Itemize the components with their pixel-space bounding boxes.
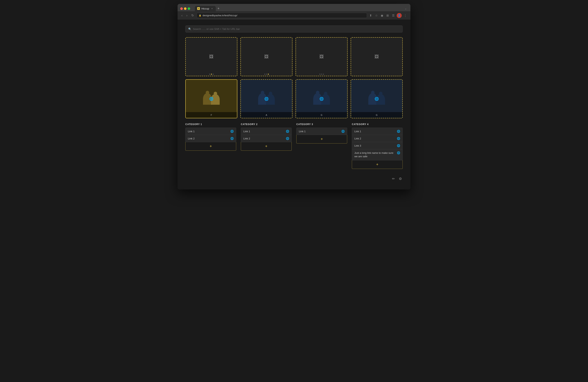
category-3-title: CATEGORY 3 [296, 123, 347, 126]
nav-actions: ⬆ ☆ ◉ ⊞ ☰ 👤 ⋮ [369, 13, 408, 18]
add-link-button-2[interactable]: + [241, 142, 292, 151]
link-item-long[interactable]: Just a long link name to make sure we ar… [352, 149, 403, 160]
address-bar[interactable]: 🔒 designedbyashw.in/test/hiccup/ [197, 13, 367, 18]
maximize-window-button[interactable] [188, 7, 190, 10]
tab-overflow-button[interactable]: ⌄ [404, 7, 408, 10]
link-item[interactable]: Link 1 🌐 [296, 128, 347, 135]
globe-icon: 🌐 [286, 130, 289, 133]
tab-bar: H Hiccup × + [195, 6, 402, 11]
close-tab-button[interactable]: × [211, 7, 213, 10]
lock-icon: 🔒 [199, 14, 201, 17]
plus-icon: + [321, 137, 323, 141]
browser-navbar: ‹ › ↻ 🔒 designedbyashw.in/test/hiccup/ ⬆… [178, 11, 410, 20]
link-item[interactable]: Link 1 🌐 [185, 128, 236, 135]
globe-icon: 🌐 [286, 137, 289, 140]
link-item[interactable]: Link 2 🌐 [241, 135, 292, 142]
link-item[interactable]: Link 2 🌐 [185, 135, 236, 142]
forward-button[interactable]: › [185, 13, 189, 18]
bookmark-card-6[interactable]: 🌐 A [240, 79, 293, 118]
browser-titlebar: H Hiccup × + ⌄ [178, 4, 410, 11]
link-item[interactable]: Link 1 🌐 [352, 128, 403, 135]
card-label: G [376, 114, 378, 116]
bookmark-card-5[interactable]: 🌐 F [185, 79, 237, 118]
traffic-lights [180, 7, 190, 10]
bookmark-card-7[interactable]: 🌐 G [295, 79, 348, 118]
category-column-2: CATEGORY 2 Link 1 🌐 Link 2 🌐 + [241, 123, 292, 169]
link-item[interactable]: Link 1 🌐 [241, 128, 292, 135]
globe-icon: 🌐 [397, 137, 400, 140]
bookmark-card-4[interactable]: 🖼 [351, 37, 403, 76]
settings-button[interactable]: ⚙ [398, 176, 403, 182]
link-item[interactable]: Link 2 🌐 [352, 135, 403, 142]
tab-title: Hiccup [201, 7, 209, 10]
add-link-button-4[interactable]: + [352, 160, 403, 169]
page-content: 🔍 Search ...... or use Shift + Tab for U… [178, 20, 410, 189]
link-label: Link 1 [354, 130, 361, 133]
globe-icon: 🌐 [230, 130, 234, 133]
link-item[interactable]: Link 3 🌐 [352, 142, 403, 149]
extension3-button[interactable]: ☰ [391, 13, 396, 18]
plus-icon: + [376, 162, 378, 167]
category-2-title: CATEGORY 2 [241, 123, 292, 126]
bookmark-button[interactable]: ☆ [374, 13, 378, 18]
dot [213, 74, 214, 75]
link-label: Link 1 [188, 130, 195, 133]
card-label: A [266, 114, 267, 116]
minimize-window-button[interactable] [184, 7, 187, 10]
image-placeholder-icon: 🖼 [319, 54, 324, 59]
bookmark-card-2[interactable]: 🖼 [240, 37, 293, 76]
image-placeholder-icon: 🖼 [264, 54, 269, 59]
globe-icon: 🌐 [230, 137, 234, 140]
link-label-long: Just a long link name to make sure we ar… [354, 151, 395, 158]
search-container: 🔍 Search ...... or use Shift + Tab for U… [185, 25, 403, 33]
plus-icon: + [210, 144, 212, 149]
bookmark-carousel-row1: 🖼 🖼 🖼 [185, 37, 403, 76]
globe-icon: 🌐 [397, 144, 400, 147]
url-text: designedbyashw.in/test/hiccup/ [203, 14, 237, 17]
reload-button[interactable]: ↻ [190, 13, 195, 18]
bottom-toolbar: ✏ ⚙ [185, 173, 403, 182]
link-label: Link 1 [243, 130, 250, 133]
globe-icon: 🌐 [397, 130, 400, 133]
add-link-button-3[interactable]: + [296, 135, 347, 143]
link-label: Link 2 [243, 137, 250, 140]
category-column-1: CATEGORY 1 Link 1 🌐 Link 2 🌐 + [185, 123, 236, 169]
dot [323, 74, 324, 75]
link-label: Link 2 [354, 137, 361, 140]
bookmark-card-1[interactable]: 🖼 [185, 37, 237, 76]
card-overlay: G [351, 112, 402, 118]
active-tab[interactable]: H Hiccup × [195, 6, 216, 11]
add-link-button-1[interactable]: + [185, 142, 236, 151]
bookmark-card-3[interactable]: 🖼 [295, 37, 348, 76]
dot [319, 74, 320, 75]
search-bar[interactable]: 🔍 Search ...... or use Shift + Tab for U… [185, 25, 403, 33]
category-column-4: CATEGORY 4 Link 1 🌐 Link 2 🌐 Link 3 🌐 Ju… [352, 123, 403, 169]
tab-favicon: H [197, 7, 200, 10]
browser-window: H Hiccup × + ⌄ ‹ › ↻ 🔒 designedbyashw.in… [178, 4, 410, 189]
new-tab-button[interactable]: + [216, 6, 221, 11]
dot-active [268, 74, 269, 75]
link-label: Link 3 [354, 144, 361, 147]
plus-icon: + [265, 144, 267, 149]
extension1-button[interactable]: ◉ [380, 13, 384, 18]
profile-button[interactable]: 👤 [397, 13, 402, 18]
extension2-button[interactable]: ⊞ [385, 13, 390, 18]
share-button[interactable]: ⬆ [369, 13, 373, 18]
overflow-menu-button[interactable]: ⋮ [403, 13, 408, 18]
close-window-button[interactable] [180, 7, 183, 10]
card-label: G [321, 114, 322, 116]
dot-active [211, 74, 212, 75]
bookmark-carousel-row2: 🌐 F 🌐 A [185, 79, 403, 118]
bookmark-card-8[interactable]: 🌐 G [351, 79, 403, 118]
card-dots-2 [264, 74, 269, 75]
link-label: Link 2 [188, 137, 195, 140]
image-placeholder-icon: 🖼 [209, 54, 213, 59]
image-placeholder-icon: 🖼 [375, 54, 379, 59]
card-overlay: F [186, 112, 237, 118]
edit-button[interactable]: ✏ [391, 176, 396, 182]
search-icon: 🔍 [188, 28, 191, 30]
card-overlay: G [296, 112, 347, 118]
card-dots-1 [209, 74, 214, 75]
categories-section: CATEGORY 1 Link 1 🌐 Link 2 🌐 + CATEGORY … [185, 123, 403, 169]
back-button[interactable]: ‹ [180, 13, 184, 18]
